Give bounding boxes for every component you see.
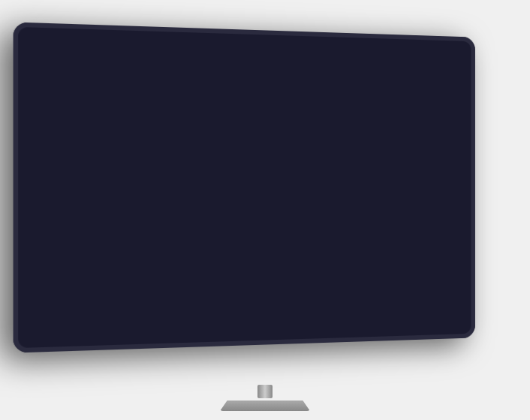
stand-neck	[257, 385, 273, 398]
tv-bezel	[14, 22, 475, 352]
tv-container: Your Apps & Channels CRACKLE FREE MOVIES…	[0, 0, 530, 420]
stand-base	[220, 400, 310, 411]
tv-stand	[220, 385, 310, 411]
